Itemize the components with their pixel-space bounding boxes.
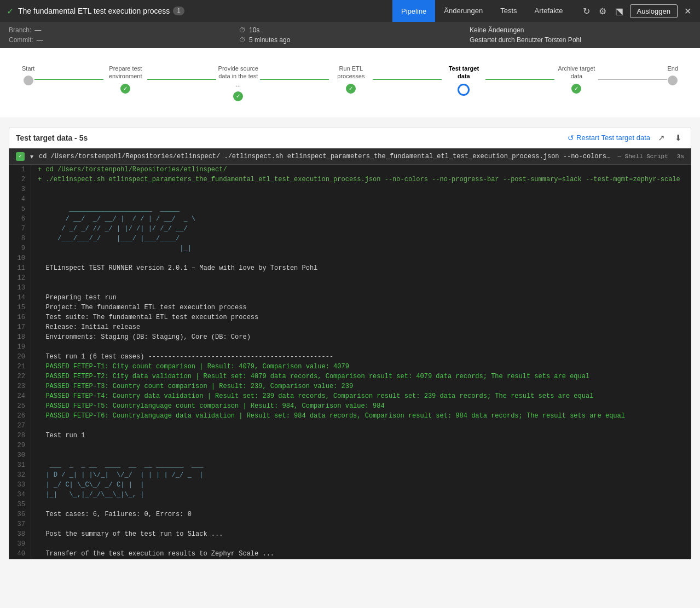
line-number: 37 [9, 519, 31, 529]
line-number: 29 [9, 441, 31, 450]
line-content: ___ _ _ __ ____ __ __ _______ ___ [38, 460, 203, 470]
step-test-circle [458, 84, 470, 96]
line-content: + ./etlinspect.sh etlinspect_parameters_… [38, 175, 680, 184]
tab-pipeline[interactable]: Pipeline [392, 0, 435, 22]
relative-time-row: ⏱ 5 minutes ago [239, 36, 461, 44]
terminal-line: 11 ETLinspect TEST RUNNER version 2.0.1 … [9, 263, 691, 273]
tab-changes[interactable]: Änderungen [435, 0, 491, 22]
header-actions: ↻ ⚙ ⬔ Ausloggen ✕ [581, 4, 693, 19]
ausloggen-button[interactable]: Ausloggen [630, 4, 678, 18]
line-content: Project: The fundamental ETL test execut… [38, 303, 247, 312]
line-content: PASSED FETEP-T2: City data validation | … [38, 372, 589, 381]
terminal-output[interactable]: 1+ cd /Users/torstenpohl/Repositories/et… [9, 165, 691, 559]
line-number: 38 [9, 529, 31, 539]
line-number: 1 [9, 165, 31, 175]
tab-artefakte[interactable]: Artefakte [526, 0, 572, 22]
line-content: Post the summary of the test run to Slac… [38, 529, 223, 539]
pipeline-area: Start Prepare test environment ✓ Provide… [0, 48, 700, 118]
restart-button[interactable]: ↺ Restart Test target data [568, 134, 650, 142]
line-number: 32 [9, 470, 31, 480]
build-number: 1 [173, 7, 184, 15]
terminal-line: 34 |_| \_,|_/_/\__\_|\_, | [9, 490, 691, 500]
cmd-time: 3s [677, 153, 684, 160]
relative-time-icon: ⏱ [239, 36, 246, 44]
step-run-circle: ✓ [346, 84, 356, 94]
time-icon: ⏱ [239, 26, 246, 34]
connector-6 [598, 79, 667, 80]
line-number: 27 [9, 421, 31, 431]
line-number: 11 [9, 263, 31, 273]
terminal-line: 6 / __/ _/ __/ | / / | / __/ _ \ [9, 214, 691, 224]
branch-label: Branch: [9, 26, 31, 34]
terminal-line: 25 PASSED FETEP-T5: Countrylanguage coun… [9, 401, 691, 411]
commit-row: Commit: — [9, 36, 230, 44]
restart-icon: ↺ [568, 134, 574, 142]
time-row: ⏱ 10s [239, 26, 461, 34]
connector-3 [260, 79, 329, 80]
line-number: 9 [9, 244, 31, 253]
line-content: / __/ _/ __/ | / / | / __/ _ \ [38, 214, 195, 224]
external-link-button[interactable]: ↗ [656, 132, 667, 144]
step-start: Start [22, 65, 34, 85]
commit-value: — [37, 36, 43, 44]
connector-4 [373, 79, 442, 80]
terminal-line: 17 Release: Initial release [9, 322, 691, 332]
cmd-tag: — Shell Script [617, 153, 668, 160]
line-content: PASSED FETEP-T3: Country count compariso… [38, 381, 353, 391]
header-tabs: Pipeline Änderungen Tests Artefakte [392, 0, 571, 22]
line-content: | D / _| | |\/_| \/_/ | | | | /_/ _ | [38, 470, 203, 480]
started-by-text: Gestartet durch Benutzer Torsten Pohl [470, 36, 581, 44]
line-number: 20 [9, 352, 31, 362]
line-number: 21 [9, 362, 31, 372]
line-number: 10 [9, 253, 31, 263]
line-number: 33 [9, 480, 31, 490]
step-prepare: Prepare test environment ✓ [103, 65, 147, 94]
commit-label: Commit: [9, 36, 33, 44]
step-start-label: Start [22, 65, 34, 72]
line-number: 26 [9, 411, 31, 421]
line-number: 6 [9, 214, 31, 224]
expand-button[interactable]: ▾ [29, 153, 34, 160]
page-title: The fundamental ETL test execution proce… [18, 7, 388, 15]
pipeline-steps: Start Prepare test environment ✓ Provide… [22, 59, 678, 101]
line-number: 19 [9, 342, 31, 352]
line-number: 40 [9, 549, 31, 559]
terminal-line: 23 PASSED FETEP-T3: Country count compar… [9, 381, 691, 391]
terminal-line: 16 Test suite: The fundamental ETL test … [9, 312, 691, 322]
terminal-line: 38 Post the summary of the test run to S… [9, 529, 691, 539]
terminal-line: 33 | _/ C| \_C\_/ _/ C| | | [9, 480, 691, 490]
close-button[interactable]: ✕ [682, 4, 693, 19]
content-area: Test target data - 5s ↺ Restart Test tar… [0, 118, 700, 568]
step-provide-circle: ✓ [233, 91, 243, 101]
step-archive-circle: ✓ [571, 84, 581, 94]
restart-label: Restart Test target data [576, 134, 650, 142]
line-number: 7 [9, 224, 31, 234]
section-title: Test target data - 5s [16, 134, 88, 142]
line-number: 23 [9, 381, 31, 391]
line-content: PASSED FETEP-T5: Countrylanguage count c… [38, 401, 385, 411]
terminal-line: 24 PASSED FETEP-T4: Country data validat… [9, 391, 691, 401]
step-test: Test target data [442, 65, 485, 96]
step-start-circle [24, 76, 33, 85]
line-content: Test run 1 [38, 431, 85, 441]
terminal-line: 32 | D / _| | |\/_| \/_/ | | | | /_/ _ | [9, 470, 691, 480]
line-content: Transfer of the test execution results t… [38, 549, 274, 559]
download-button[interactable]: ⬇ [673, 132, 684, 144]
line-number: 8 [9, 234, 31, 244]
terminal-line: 15 Project: The fundamental ETL test exe… [9, 303, 691, 312]
line-number: 14 [9, 293, 31, 303]
line-number: 3 [9, 184, 31, 194]
tab-tests[interactable]: Tests [491, 0, 525, 22]
started-by-row: Gestartet durch Benutzer Torsten Pohl [470, 36, 691, 44]
step-end-label: End [667, 65, 678, 72]
line-content: |_| [38, 244, 192, 253]
step-provide-label: Provide source data in the test ... [216, 65, 260, 88]
branch-value: — [34, 26, 41, 34]
title-text: The fundamental ETL test execution proce… [18, 7, 170, 15]
terminal-line: 7 / _/ _/ // _/ | |/ /| |/ /_/ __/ [9, 224, 691, 234]
line-content: / _/ _/ // _/ | |/ /| |/ /_/ __/ [38, 224, 188, 234]
logout-icon-button[interactable]: ⬔ [613, 4, 626, 19]
settings-button[interactable]: ⚙ [597, 4, 609, 19]
terminal-line: 40 Transfer of the test execution result… [9, 549, 691, 559]
refresh-button[interactable]: ↻ [581, 4, 592, 19]
